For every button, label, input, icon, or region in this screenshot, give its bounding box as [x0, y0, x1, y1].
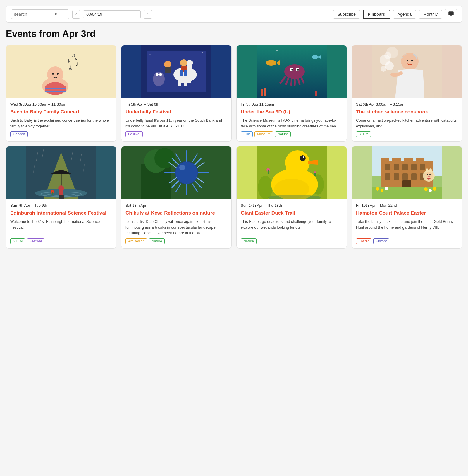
card-date: Fri 5th Apr – Sat 6th: [125, 102, 227, 106]
svg-point-34: [149, 54, 151, 55]
svg-rect-11: [45, 91, 66, 92]
card-bach[interactable]: ♪ ♫ ♩ 𝄞 ♬ Wed 3rd Apr 10:30am – 11:30pm …: [6, 45, 116, 142]
card-tags: FilmMuseumNature: [241, 131, 343, 137]
card-duck[interactable]: Sun 14th Apr – Thu 18th Giant Easter Duc…: [236, 146, 347, 249]
card-image-edinburgh: [6, 146, 116, 199]
card-desc: The Science Museum's IMAX cinema brings …: [241, 118, 343, 129]
pinboard-button[interactable]: Pinboard: [363, 10, 390, 19]
svg-point-103: [179, 165, 185, 170]
svg-rect-74: [52, 192, 53, 195]
tag-nature[interactable]: Nature: [275, 131, 291, 137]
svg-rect-47: [264, 88, 266, 96]
card-title: The kitchen science cookbook: [356, 109, 458, 115]
svg-rect-125: [420, 164, 425, 170]
screen-icon: [448, 11, 454, 17]
tag-easter[interactable]: Easter: [356, 238, 371, 244]
svg-point-61: [411, 60, 413, 61]
svg-point-146: [425, 172, 432, 179]
svg-point-142: [433, 187, 436, 191]
card-hampton[interactable]: Fri 19th Apr – Mon 22nd Hampton Court Pa…: [352, 146, 462, 249]
svg-point-59: [381, 66, 386, 72]
card-desc: Underbelly fans! It's our 11th year on t…: [125, 118, 227, 129]
card-title: Under the Sea 3D (U): [241, 109, 343, 115]
svg-point-137: [376, 187, 379, 191]
tag-festival[interactable]: Festival: [27, 238, 44, 244]
card-undersea[interactable]: Fri 5th Apr 11:15am Under the Sea 3D (U)…: [236, 45, 347, 142]
tag-nature[interactable]: Nature: [241, 238, 257, 244]
prev-button[interactable]: ‹: [72, 10, 80, 19]
card-desc: Bach to Baby is the acclaimed concert se…: [10, 118, 112, 129]
svg-rect-27: [180, 70, 183, 76]
svg-rect-1: [449, 12, 453, 15]
tag-festival[interactable]: Festival: [125, 131, 143, 137]
svg-rect-117: [314, 173, 316, 176]
card-chihuly[interactable]: Sat 13th Apr Chihuly at Kew: Reflections…: [121, 146, 232, 249]
svg-rect-134: [416, 158, 424, 163]
svg-point-86: [176, 162, 198, 184]
svg-rect-116: [268, 170, 269, 174]
card-date: Sat 13th Apr: [125, 203, 227, 208]
svg-point-44: [266, 60, 276, 66]
card-date: Sun 7th Apr – Tue 9th: [10, 203, 112, 208]
svg-point-25: [180, 59, 187, 66]
agenda-button[interactable]: Agenda: [393, 10, 416, 19]
svg-point-29: [164, 61, 171, 68]
tag-nature[interactable]: Nature: [149, 238, 165, 244]
tag-concert[interactable]: Concert: [10, 131, 28, 137]
tag-artdesign[interactable]: Art/Design: [125, 238, 147, 244]
svg-point-5: [47, 66, 63, 83]
svg-rect-28: [184, 70, 187, 76]
svg-text:𝄞: 𝄞: [68, 65, 72, 72]
clear-button[interactable]: ✕: [54, 11, 58, 17]
svg-point-147: [427, 174, 428, 175]
svg-point-111: [303, 156, 304, 158]
svg-rect-72: [61, 195, 64, 199]
card-underbelly[interactable]: Fri 5th Apr – Sat 6th Underbelly Festiva…: [121, 45, 232, 142]
event-grid: ♪ ♫ ♩ 𝄞 ♬ Wed 3rd Apr 10:30am – 11:30pm …: [6, 45, 462, 249]
svg-rect-22: [184, 79, 187, 86]
card-desc: Iconic artist Dale Chihuly will once aga…: [125, 219, 227, 236]
page-title: Events from Apr 3rd: [6, 28, 462, 39]
card-image-kitchen: [352, 45, 462, 98]
tag-stem[interactable]: STEM: [356, 131, 371, 137]
card-desc: This Easter, go quackers and challenge y…: [241, 219, 343, 230]
tag-stem[interactable]: STEM: [10, 238, 25, 244]
svg-point-32: [156, 73, 159, 76]
card-date: Fri 5th Apr 11:15am: [241, 102, 343, 106]
card-title: Edinburgh International Science Festival: [10, 210, 112, 216]
svg-point-140: [424, 187, 428, 191]
search-input[interactable]: [14, 12, 52, 17]
card-edinburgh[interactable]: Sun 7th Apr – Tue 9th Edinburgh Internat…: [6, 146, 116, 249]
card-title: Bach to Baby Family Concert: [10, 109, 112, 115]
svg-rect-123: [402, 164, 408, 170]
card-desc: Come on an action-packed kitchen adventu…: [356, 118, 458, 129]
svg-point-139: [385, 187, 388, 190]
svg-text:♩: ♩: [76, 62, 78, 67]
svg-point-109: [285, 150, 310, 175]
card-image-undersea: [237, 45, 347, 98]
svg-point-35: [202, 52, 203, 53]
tag-history[interactable]: History: [373, 238, 389, 244]
svg-point-141: [429, 189, 432, 192]
card-desc: Take the family back in time and join th…: [356, 219, 458, 230]
card-tags: EasterHistory: [356, 238, 458, 244]
subscribe-button[interactable]: Subscribe: [333, 10, 360, 19]
date-input[interactable]: [83, 10, 141, 18]
tag-museum[interactable]: Museum: [254, 131, 273, 137]
svg-rect-128: [402, 173, 408, 180]
svg-point-69: [58, 185, 64, 191]
svg-point-148: [429, 174, 431, 175]
monthly-button[interactable]: Monthly: [419, 10, 442, 19]
card-date: Sun 14th Apr – Thu 18th: [241, 203, 343, 208]
card-tags: Nature: [241, 238, 343, 244]
card-title: Chihuly at Kew: Reflections on nature: [125, 210, 227, 216]
card-tags: STEMFestival: [10, 238, 112, 244]
card-date: Wed 3rd Apr 10:30am – 11:30pm: [10, 102, 112, 106]
svg-rect-132: [392, 158, 401, 163]
tag-film[interactable]: Film: [241, 131, 253, 137]
svg-point-31: [153, 72, 165, 86]
card-kitchen[interactable]: Sat 6th Apr 3:00am – 3:15am The kitchen …: [352, 45, 462, 142]
screen-button[interactable]: [445, 9, 457, 19]
next-button[interactable]: ›: [144, 10, 152, 19]
svg-rect-124: [411, 164, 417, 170]
